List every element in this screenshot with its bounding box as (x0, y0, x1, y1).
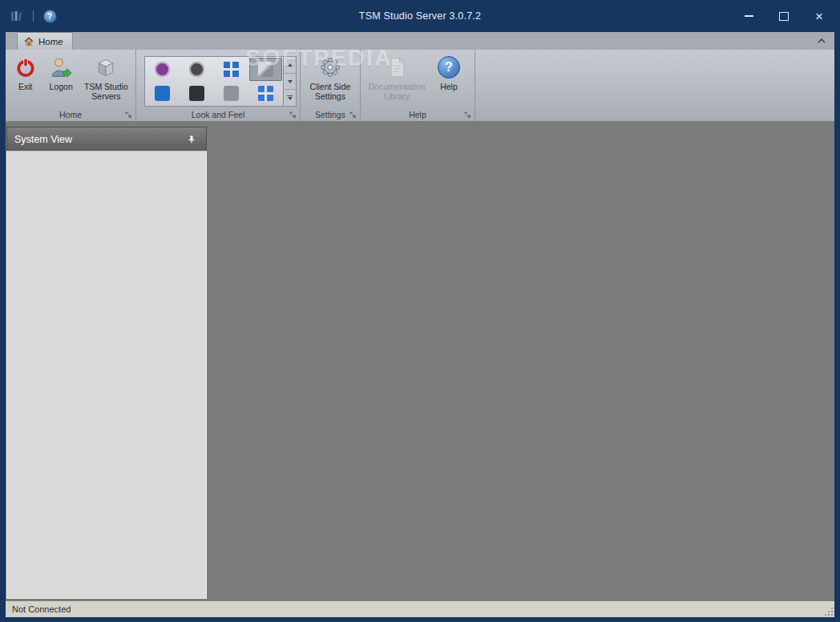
theme-option[interactable] (215, 83, 248, 106)
group-look-and-feel-dialog-launcher[interactable] (289, 111, 297, 119)
theme-gallery (144, 56, 297, 107)
close-button[interactable]: × (802, 0, 837, 32)
maximize-icon (779, 12, 789, 21)
theme-option[interactable] (146, 58, 179, 81)
logon-button[interactable]: Logon (42, 52, 79, 91)
arrow-up-icon (288, 63, 293, 67)
theme-swatch-icon (224, 86, 239, 101)
logon-label: Logon (50, 82, 73, 91)
server-cube-icon (93, 55, 119, 80)
theme-option[interactable] (146, 83, 179, 106)
exit-label: Exit (18, 82, 33, 91)
tab-home[interactable]: Home (17, 32, 73, 50)
documentation-library-label: Documentation Library (363, 82, 430, 101)
question-icon: ? (436, 55, 462, 80)
documentation-library-button[interactable]: Documentation Library (363, 52, 430, 101)
theme-gallery-scrollbar (284, 56, 297, 107)
window-title: TSM Studio Server 3.0.7.2 (0, 0, 840, 32)
theme-option[interactable] (215, 58, 248, 81)
theme-swatch-icon (155, 62, 170, 77)
document-icon (384, 55, 410, 80)
ribbon: Exit Logon (6, 50, 834, 121)
chevron-up-icon (818, 38, 826, 43)
dialog-launcher-icon (464, 111, 471, 119)
theme-option[interactable] (249, 58, 282, 81)
gallery-scroll-down-button[interactable] (284, 74, 296, 91)
app-icon[interactable] (8, 7, 26, 25)
gallery-expand-icon (288, 97, 293, 100)
dialog-launcher-icon (349, 111, 357, 119)
power-icon (13, 55, 38, 80)
dialog-launcher-icon (125, 111, 132, 119)
theme-option[interactable] (249, 83, 282, 106)
gear-icon (317, 55, 343, 80)
ribbon-collapse-button[interactable] (814, 34, 829, 47)
workspace: System View (6, 121, 834, 601)
app-window: ? TSM Studio Server 3.0.7.2 × Home (0, 0, 840, 622)
gallery-expand-button[interactable] (284, 90, 296, 106)
group-help-dialog-launcher[interactable] (463, 111, 472, 119)
title-bar: ? TSM Studio Server 3.0.7.2 × (0, 0, 840, 32)
ribbon-tab-row: Home (6, 32, 834, 50)
group-help-label: Help (361, 108, 475, 120)
resize-grip[interactable] (823, 606, 834, 616)
logon-user-icon (48, 55, 74, 80)
theme-swatch-icon (189, 62, 204, 77)
pin-button[interactable] (184, 132, 199, 147)
arrow-down-icon (288, 80, 293, 83)
minimize-icon (745, 15, 753, 17)
group-settings-dialog-launcher[interactable] (349, 111, 357, 119)
client-side-settings-label: Client Side Settings (305, 82, 356, 101)
theme-swatch-icon (224, 62, 239, 77)
theme-option[interactable] (180, 83, 213, 106)
system-view-header: System View (6, 127, 207, 151)
maximize-button[interactable] (766, 0, 802, 32)
connection-status: Not Connected (12, 604, 71, 614)
help-label: Help (440, 82, 458, 91)
books-icon (10, 9, 24, 23)
system-view-tree (6, 151, 207, 599)
close-icon: × (815, 10, 823, 23)
ribbon-group-settings: Client Side Settings Settings (301, 50, 361, 121)
gallery-scroll-up-button[interactable] (284, 57, 296, 74)
theme-option[interactable] (180, 58, 213, 81)
exit-button[interactable]: Exit (8, 52, 42, 91)
status-bar: Not Connected (6, 601, 834, 617)
system-view-title: System View (14, 134, 72, 145)
theme-swatch-icon (189, 86, 204, 101)
ribbon-group-home: Exit Logon (6, 50, 136, 121)
question-icon: ? (43, 10, 57, 23)
titlebar-help-button[interactable]: ? (41, 7, 59, 25)
theme-swatch-icon (155, 86, 170, 101)
client-side-settings-button[interactable]: Client Side Settings (305, 52, 356, 101)
group-look-and-feel-label: Look and Feel (136, 108, 300, 120)
tsm-studio-servers-label: TSM Studio Servers (79, 82, 133, 101)
dialog-launcher-icon (289, 111, 297, 119)
home-icon (23, 36, 34, 46)
group-home-dialog-launcher[interactable] (124, 111, 133, 119)
ribbon-group-help: Documentation Library ? Help Help (361, 50, 475, 121)
system-view-panel: System View (6, 127, 207, 599)
ribbon-group-look-and-feel: Look and Feel (136, 50, 301, 121)
theme-gallery-box (144, 56, 284, 107)
tab-home-label: Home (38, 37, 63, 46)
titlebar-separator (33, 10, 34, 22)
group-home-label: Home (6, 108, 135, 120)
minimize-button[interactable] (731, 0, 766, 32)
tsm-studio-servers-button[interactable]: TSM Studio Servers (79, 52, 133, 101)
help-button[interactable]: ? Help (430, 52, 467, 91)
pin-icon (187, 134, 196, 144)
theme-swatch-icon (258, 62, 273, 77)
theme-swatch-icon (258, 86, 273, 101)
